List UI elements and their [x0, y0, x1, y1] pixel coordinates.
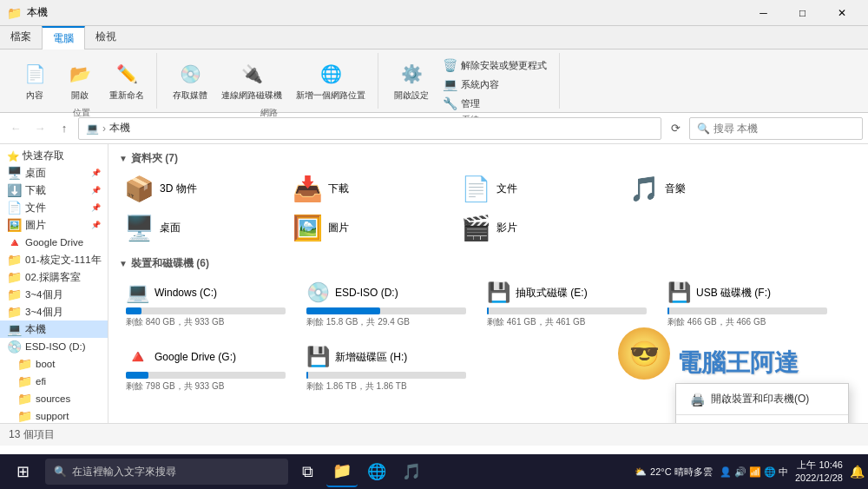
taskbar-search-box[interactable]: 🔍 在這裡輸入文字來搜尋: [45, 459, 288, 485]
sidebar-item-documents[interactable]: 📄 文件 📌: [0, 199, 108, 216]
drives-section-header[interactable]: ▼ 裝置和磁碟機 (6): [119, 256, 858, 271]
start-button[interactable]: ⊞: [3, 454, 42, 489]
notification-icon[interactable]: 🔔: [850, 465, 865, 479]
content: ▼ 資料夾 (7) 📦 3D 物件 📥 下載 📄 文件 🎵 音樂 🖥️: [108, 144, 868, 423]
folder-item-3d[interactable]: 📦 3D 物件: [119, 171, 284, 207]
drive-h-header: 💾 新增磁碟區 (H:): [306, 346, 466, 368]
drive-d-name: ESD-ISO (D:): [335, 287, 398, 299]
sidebar: ⭐ 快速存取 🖥️ 桌面 📌 ⬇️ 下載 📌 📄 文件 📌 🖼️ 圖片 📌 🔺 …: [0, 144, 108, 423]
drive-item-g[interactable]: 🔺 Google Drive (G:) 剩餘 798 GB，共 933 GB: [119, 340, 293, 398]
weather-text: 22°C 晴時多雲: [650, 466, 713, 479]
pin-icon: 📌: [91, 169, 101, 177]
ribbon-btn-network-drive[interactable]: 🔌 連線網路磁碟機: [216, 56, 287, 105]
folder-vid-icon: 🎬: [461, 214, 491, 242]
search-input[interactable]: [713, 122, 855, 135]
sidebar-item-googledrive[interactable]: 🔺 Google Drive: [0, 234, 108, 251]
back-button[interactable]: ←: [5, 118, 26, 139]
drive-item-f[interactable]: 💾 USB 磁碟機 (F:) 剩餘 466 GB，共 466 GB: [661, 276, 834, 334]
boot-icon: 📁: [17, 357, 32, 371]
drive-d-bar-bg: [306, 307, 466, 314]
sidebar-item-01[interactable]: 📁 01-核定文-111年: [0, 251, 108, 268]
ribbon-btn-open[interactable]: 📂 開啟: [59, 56, 101, 105]
sidebar-item-efi[interactable]: 📁 efi: [0, 373, 108, 390]
titlebar-controls: ─ □ ✕: [744, 0, 861, 26]
forward-button[interactable]: →: [30, 118, 50, 139]
open-icon: 📂: [66, 60, 94, 88]
sidebar-item-3-4m-2[interactable]: 📁 3~4個月: [0, 303, 108, 320]
sidebar-item-3-4m-2-label: 3~4個月: [25, 306, 63, 319]
up-button[interactable]: ↑: [54, 118, 75, 139]
taskbar-media[interactable]: 🎵: [396, 456, 427, 487]
drives-grid: 💻 Windows (C:) 剩餘 840 GB，共 933 GB 💿 ESD-…: [119, 276, 858, 398]
statusbar-count: 13 個項目: [9, 427, 55, 442]
sidebar-item-sources[interactable]: 📁 sources: [0, 390, 108, 407]
folder-02-icon: 📁: [7, 270, 22, 284]
ctx-item-open-devices[interactable]: 🖨️ 開啟裝置和印表機(O): [676, 387, 848, 411]
sidebar-item-esd-iso[interactable]: 💿 ESD-ISO (D:): [0, 338, 108, 355]
drive-c-header: 💻 Windows (C:): [126, 281, 286, 304]
systray-icons: 👤 🔊 📶 🌐 中: [720, 466, 788, 479]
tab-computer[interactable]: 電腦: [42, 26, 85, 50]
ctx-item-eject-rtl[interactable]: 退出 RTL9210B-CG: [676, 419, 848, 423]
drive-h-bar-fill: [306, 372, 308, 379]
ribbon-btn-properties[interactable]: 📄 內容: [14, 56, 56, 105]
drive-c-icon: 💻: [126, 281, 149, 304]
ribbon-btn-media[interactable]: 💿 存取媒體: [168, 56, 213, 105]
refresh-button[interactable]: ⟳: [665, 118, 686, 139]
search-box[interactable]: 🔍: [689, 117, 863, 140]
drive-item-d[interactable]: 💿 ESD-ISO (D:) 剩餘 15.8 GB，共 29.4 GB: [299, 276, 473, 334]
folders-section-header[interactable]: ▼ 資料夾 (7): [119, 151, 858, 166]
folder-item-videos[interactable]: 🎬 影片: [456, 210, 621, 246]
drive-d-bar-fill: [306, 307, 380, 314]
sidebar-item-3-4m-1[interactable]: 📁 3~4個月: [0, 286, 108, 303]
drive-item-e[interactable]: 💾 抽取式磁碟 (E:) 剩餘 461 GB，共 461 GB: [480, 276, 654, 334]
tab-file[interactable]: 檔案: [0, 26, 42, 49]
taskbar-task-view[interactable]: ⧉: [292, 456, 323, 487]
folder-item-music[interactable]: 🎵 音樂: [624, 171, 789, 207]
sidebar-item-pictures[interactable]: 🖼️ 圖片 📌: [0, 216, 108, 234]
minimize-button[interactable]: ─: [744, 0, 783, 26]
folder-item-downloads[interactable]: 📥 下載: [287, 171, 452, 207]
maximize-button[interactable]: □: [783, 0, 822, 26]
drive-g-bar-bg: [126, 372, 286, 379]
drive-item-c[interactable]: 💻 Windows (C:) 剩餘 840 GB，共 933 GB: [119, 276, 293, 334]
folder-item-documents[interactable]: 📄 文件: [456, 171, 621, 207]
quick-access-label: 快速存取: [23, 149, 64, 162]
sidebar-item-02[interactable]: 📁 02.採購客室: [0, 268, 108, 286]
folder-desktop-label: 桌面: [160, 221, 181, 235]
address-box[interactable]: 💻 › 本機: [78, 117, 661, 140]
rename-icon: ✏️: [113, 60, 141, 88]
close-button[interactable]: ✕: [822, 0, 861, 26]
ribbon-btn-settings[interactable]: ⚙️ 開啟設定: [389, 56, 434, 112]
sidebar-item-googledrive-label: Google Drive: [25, 237, 83, 248]
sidebar-item-desktop[interactable]: 🖥️ 桌面 📌: [0, 164, 108, 182]
sidebar-item-downloads[interactable]: ⬇️ 下載 📌: [0, 182, 108, 199]
network-location-label: 新增一個網路位置: [296, 89, 365, 102]
drive-d-icon: 💿: [306, 281, 330, 304]
folder-item-pictures[interactable]: 🖼️ 圖片: [287, 210, 452, 246]
ribbon-btn-system-props[interactable]: 💻 系統內容: [437, 76, 552, 93]
rename-label: 重新命名: [109, 89, 144, 102]
folder-dl-icon: 📥: [293, 175, 323, 203]
taskbar: ⊞ 🔍 在這裡輸入文字來搜尋 ⧉ 📁 🌐 🎵 ⛅ 22°C 晴時多雲 👤 🔊 📶…: [0, 454, 868, 489]
quick-access-icon: ⭐: [7, 150, 19, 162]
drive-h-info: 剩餘 1.86 TB，共 1.86 TB: [306, 380, 466, 393]
ribbon-btn-manage[interactable]: 🔧 管理: [437, 95, 552, 112]
folder-icon: 📁: [7, 6, 22, 20]
drive-e-info: 剩餘 461 GB，共 461 GB: [487, 316, 647, 328]
ribbon-btn-uninstall[interactable]: 🗑️ 解除安裝或變更程式: [437, 56, 552, 74]
system-props-label: 系統內容: [461, 78, 499, 91]
drive-e-bar-fill: [487, 307, 489, 314]
sidebar-item-support[interactable]: 📁 support: [0, 407, 108, 423]
tab-view[interactable]: 檢視: [85, 26, 127, 49]
drive-item-h[interactable]: 💾 新增磁碟區 (H:) 剩餘 1.86 TB，共 1.86 TB: [299, 340, 473, 398]
taskbar-explorer[interactable]: 📁: [326, 456, 358, 487]
drive-c-name: Windows (C:): [155, 287, 217, 299]
system-small-btns: 🗑️ 解除安裝或變更程式 💻 系統內容 🔧 管理: [437, 56, 552, 112]
sidebar-item-boot[interactable]: 📁 boot: [0, 355, 108, 373]
folder-item-desktop[interactable]: 🖥️ 桌面: [119, 210, 284, 246]
ribbon-btn-rename[interactable]: ✏️ 重新命名: [104, 56, 149, 105]
ribbon-btn-network-location[interactable]: 🌐 新增一個網路位置: [291, 56, 371, 105]
taskbar-chrome[interactable]: 🌐: [361, 456, 392, 487]
sidebar-item-this-pc[interactable]: 💻 本機: [0, 320, 108, 338]
